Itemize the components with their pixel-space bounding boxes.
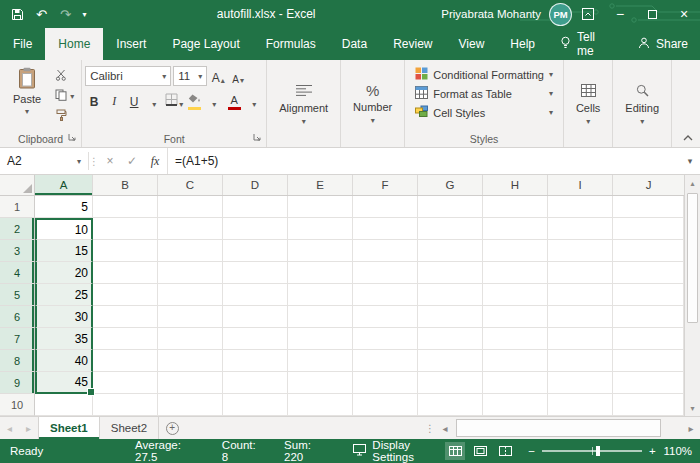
cell-I9[interactable]	[548, 372, 613, 394]
cell-styles-button[interactable]: Cell Styles	[412, 104, 556, 121]
vertical-scrollbar[interactable]	[684, 175, 700, 416]
cell-E4[interactable]	[288, 262, 353, 284]
column-header-E[interactable]: E	[288, 175, 353, 195]
ribbon-display-options-icon[interactable]	[572, 0, 604, 28]
zoom-out-icon[interactable]	[528, 445, 535, 457]
cell-H9[interactable]	[483, 372, 548, 394]
cell-H10[interactable]	[483, 394, 548, 416]
cell-F1[interactable]	[353, 196, 418, 218]
font-dialog-launcher-icon[interactable]	[253, 132, 262, 144]
row-header-8[interactable]: 8	[0, 350, 35, 372]
cell-D5[interactable]	[223, 284, 288, 306]
cell-C3[interactable]	[158, 240, 223, 262]
cell-B2[interactable]	[93, 218, 158, 240]
cell-E3[interactable]	[288, 240, 353, 262]
cell-E2[interactable]	[288, 218, 353, 240]
cell-H1[interactable]	[483, 196, 548, 218]
column-header-H[interactable]: H	[483, 175, 548, 195]
row-header-5[interactable]: 5	[0, 284, 35, 306]
tab-home[interactable]: Home	[45, 28, 103, 60]
cell-C10[interactable]	[158, 394, 223, 416]
previous-sheet-icon[interactable]	[0, 417, 19, 439]
sheet-tab-sheet1[interactable]: Sheet1	[38, 417, 100, 439]
cell-H8[interactable]	[483, 350, 548, 372]
cell-A5[interactable]: 25	[35, 284, 93, 306]
enter-entry-icon[interactable]	[121, 148, 143, 174]
fill-color-caret[interactable]	[205, 91, 223, 110]
cell-D9[interactable]	[223, 372, 288, 394]
cell-G10[interactable]	[418, 394, 483, 416]
cancel-entry-icon[interactable]	[99, 148, 121, 174]
cell-A6[interactable]: 30	[35, 306, 93, 328]
cell-H6[interactable]	[483, 306, 548, 328]
formula-bar-grip[interactable]	[89, 148, 99, 174]
row-header-4[interactable]: 4	[0, 262, 35, 284]
cell-D7[interactable]	[223, 328, 288, 350]
user-name[interactable]: Priyabrata Mohanty	[441, 8, 541, 20]
cell-C2[interactable]	[158, 218, 223, 240]
cell-F3[interactable]	[353, 240, 418, 262]
cell-I2[interactable]	[548, 218, 613, 240]
cell-J9[interactable]	[613, 372, 684, 394]
cell-J1[interactable]	[613, 196, 684, 218]
cell-C8[interactable]	[158, 350, 223, 372]
cells-button[interactable]: Cells	[567, 62, 609, 147]
formula-input[interactable]: =(A1+5)	[167, 148, 680, 174]
clipboard-dialog-launcher-icon[interactable]	[68, 132, 77, 144]
cell-H2[interactable]	[483, 218, 548, 240]
italic-button[interactable]: I	[105, 91, 123, 110]
cell-C7[interactable]	[158, 328, 223, 350]
next-sheet-icon[interactable]	[19, 417, 38, 439]
cell-J3[interactable]	[613, 240, 684, 262]
cell-F5[interactable]	[353, 284, 418, 306]
cell-E10[interactable]	[288, 394, 353, 416]
underline-button[interactable]: U	[125, 91, 143, 110]
cell-G6[interactable]	[418, 306, 483, 328]
increase-font-size-button[interactable]: A	[209, 67, 227, 86]
column-header-F[interactable]: F	[353, 175, 418, 195]
borders-button[interactable]	[165, 91, 183, 110]
column-header-B[interactable]: B	[93, 175, 158, 195]
cell-B3[interactable]	[93, 240, 158, 262]
page-break-view-icon[interactable]	[495, 442, 515, 460]
cell-G8[interactable]	[418, 350, 483, 372]
select-all-button[interactable]	[0, 175, 35, 195]
column-header-I[interactable]: I	[548, 175, 613, 195]
cell-F2[interactable]	[353, 218, 418, 240]
conditional-formatting-button[interactable]: Conditional Formatting	[412, 66, 556, 83]
cell-D4[interactable]	[223, 262, 288, 284]
row-header-1[interactable]: 1	[0, 196, 35, 218]
editing-button[interactable]: Editing	[616, 62, 668, 147]
undo-icon[interactable]	[30, 2, 53, 26]
tab-data[interactable]: Data	[329, 28, 380, 60]
copy-button[interactable]	[53, 88, 76, 105]
zoom-level[interactable]: 110%	[656, 445, 692, 457]
normal-view-icon[interactable]	[445, 442, 465, 460]
row-header-9[interactable]: 9	[0, 372, 35, 394]
font-color-button[interactable]: A	[225, 91, 243, 110]
hscroll-left-icon[interactable]	[436, 417, 454, 439]
name-box[interactable]: A2	[0, 148, 88, 174]
format-as-table-button[interactable]: Format as Table	[412, 85, 556, 102]
cell-H5[interactable]	[483, 284, 548, 306]
maximize-button[interactable]	[636, 0, 668, 28]
cell-G9[interactable]	[418, 372, 483, 394]
cell-I1[interactable]	[548, 196, 613, 218]
cell-G7[interactable]	[418, 328, 483, 350]
cell-E6[interactable]	[288, 306, 353, 328]
avatar[interactable]: PM	[549, 3, 572, 26]
cell-D10[interactable]	[223, 394, 288, 416]
cell-D6[interactable]	[223, 306, 288, 328]
row-header-6[interactable]: 6	[0, 306, 35, 328]
scroll-up-icon[interactable]	[685, 175, 700, 191]
minimize-button[interactable]	[604, 0, 636, 28]
cell-I8[interactable]	[548, 350, 613, 372]
horizontal-scroll-track[interactable]	[454, 417, 682, 439]
cell-F7[interactable]	[353, 328, 418, 350]
tab-help[interactable]: Help	[497, 28, 548, 60]
cell-B9[interactable]	[93, 372, 158, 394]
cell-I5[interactable]	[548, 284, 613, 306]
zoom-in-icon[interactable]	[649, 445, 656, 457]
display-settings-button[interactable]: Display Settings	[353, 439, 445, 463]
row-header-3[interactable]: 3	[0, 240, 35, 262]
